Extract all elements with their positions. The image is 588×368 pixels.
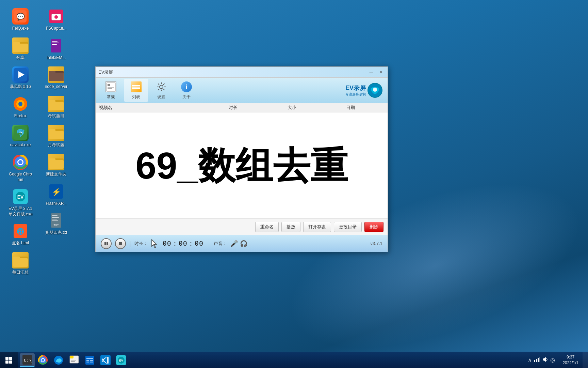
desktop-icon-firefox[interactable]: Firefox [7, 94, 34, 120]
desktop-icon-feiq[interactable]: 💬 FeiQ.exe [7, 7, 34, 33]
navicat-icon: 🐬 [12, 125, 29, 141]
svg-text:⚡: ⚡ [52, 187, 61, 197]
tab-normal-icon [105, 81, 117, 93]
tray-volume-icon[interactable] [542, 356, 548, 364]
taskbar: C:\ [0, 352, 588, 368]
cursor-area [151, 239, 158, 248]
tab-about[interactable]: i 关于 [175, 79, 198, 102]
headphone-icon[interactable]: 🎧 [240, 240, 247, 247]
desktop-icon-monthly[interactable]: 月考试题 [43, 123, 70, 149]
svg-text:EV: EV [17, 194, 24, 200]
desktop-icon-daily[interactable]: 每日汇总 [7, 251, 34, 277]
node-folder-icon [48, 66, 64, 83]
svg-rect-42 [49, 160, 64, 169]
desktop-icon-fscap[interactable]: FSCaptur... [43, 7, 70, 33]
svg-rect-52 [108, 84, 110, 86]
taskbar-chrome[interactable] [35, 353, 50, 367]
col-header-size: 大小 [267, 105, 317, 111]
fscap-icon [48, 8, 64, 25]
feiq-icon: 💬 [12, 8, 29, 25]
exam-label: 考试题目 [48, 113, 64, 119]
chrome-icon [12, 154, 29, 170]
about-tab-icon-shape: i [181, 81, 192, 92]
change-dir-button[interactable]: 更改目录 [334, 222, 362, 232]
controls-divider: | [129, 240, 131, 247]
svg-rect-46 [52, 215, 58, 216]
ev-window: EV录屏 — ✕ 常规 [95, 66, 388, 252]
svg-rect-79 [90, 360, 93, 361]
svg-rect-87 [534, 360, 535, 362]
svg-rect-88 [536, 359, 537, 362]
svg-rect-82 [100, 355, 111, 365]
time-value: 00：00：00 [163, 239, 203, 248]
desktop-icon-inlet[interactable]: InletxEM... [43, 36, 70, 62]
storm-icon [12, 66, 29, 83]
ev-controls-bar: | 时长： 00：00：00 声音： 🎤 🎧 v3.7.1 [96, 235, 388, 252]
svg-rect-90 [539, 357, 540, 362]
tab-settings[interactable]: 设置 [149, 79, 173, 102]
desktop-icon-node[interactable]: node_server [43, 65, 70, 91]
dianming-icon: 🌐 [12, 223, 29, 239]
tray-arrow-icon[interactable]: ∧ [528, 357, 532, 363]
svg-point-57 [373, 88, 377, 92]
open-disk-button[interactable]: 打开存盘 [303, 222, 331, 232]
audio-icons: 🎤 🎧 [230, 240, 247, 247]
ev-content-area: 69_数组去重 [96, 112, 388, 218]
flash-label: FlashFXP... [46, 201, 66, 206]
tab-list-icon [130, 81, 142, 93]
taskbar-cmd[interactable]: C:\ [20, 353, 35, 367]
ev-logo-sub: 专注屏幕录制 [345, 92, 366, 97]
svg-rect-60 [119, 242, 122, 245]
taskbar-ev[interactable]: EV [114, 353, 129, 367]
stop-button[interactable] [115, 238, 126, 249]
desktop-icon-dianming[interactable]: 🌐 点名.html [7, 221, 34, 247]
settings-tab-icon-shape [156, 81, 167, 92]
tab-settings-label: 设置 [157, 94, 165, 100]
taskbar-vscode[interactable] [98, 353, 113, 367]
feiq-label: FeiQ.exe [12, 26, 29, 31]
svg-rect-63 [9, 357, 12, 360]
svg-rect-64 [5, 361, 9, 364]
taskbar-edge[interactable] [51, 353, 66, 367]
play-button[interactable]: 播放 [281, 222, 300, 232]
delete-button[interactable]: 删除 [364, 222, 383, 232]
tray-network-icon[interactable] [534, 356, 540, 364]
rename-button[interactable]: 重命名 [255, 222, 279, 232]
svg-rect-33 [49, 73, 64, 81]
minimize-button[interactable]: — [367, 69, 375, 75]
tray-ev-icon[interactable]: ◎ [550, 357, 555, 363]
desktop-icon-flash[interactable]: ⚡ FlashFXP... [43, 182, 70, 208]
desktop-icon-share[interactable]: 分享 [7, 36, 34, 62]
microphone-icon[interactable]: 🎤 [230, 240, 238, 247]
svg-rect-83 [107, 357, 109, 364]
taskbar-table[interactable] [82, 353, 97, 367]
desktop-icon-txt[interactable]: TXT 宾朋四克.txt [43, 211, 70, 237]
time-label: 时长： [134, 241, 148, 247]
txt-label: 宾朋四克.txt [45, 230, 67, 235]
share-label: 分享 [16, 55, 24, 61]
taskbar-files[interactable] [67, 353, 82, 367]
firefox-icon [12, 96, 29, 112]
txt-icon: TXT [48, 212, 64, 229]
svg-text:EV: EV [119, 359, 123, 362]
start-button[interactable] [0, 352, 18, 368]
desktop-icon-chrome[interactable]: Google Chrome [7, 153, 34, 184]
svg-text:💬: 💬 [16, 13, 25, 21]
pause-button[interactable] [101, 238, 112, 249]
show-desktop-button[interactable] [583, 352, 588, 368]
desktop-icon-ev[interactable]: EV EV录屏 3.7.1 单文件版.exe [7, 187, 34, 218]
tab-normal[interactable]: 常规 [99, 79, 123, 102]
system-tray: ∧ ◎ [524, 352, 558, 368]
desktop-icon-storm[interactable]: 暴风影音16 [7, 65, 34, 91]
tab-about-icon: i [180, 81, 193, 93]
close-button[interactable]: ✕ [377, 69, 385, 75]
desktop-icon-newfolder[interactable]: 新建文件夹 [43, 153, 70, 179]
share-folder-icon [12, 37, 29, 54]
tab-list[interactable]: 列表 [124, 79, 148, 102]
svg-rect-48 [52, 219, 57, 219]
exam-folder-icon [48, 96, 64, 112]
desktop-icon-exam[interactable]: 考试题目 [43, 94, 70, 120]
taskbar-clock[interactable]: 9:37 2022/1/1 [558, 354, 583, 366]
desktop-icon-navicat[interactable]: 🐬 navicat.exe [7, 123, 34, 149]
clock-date: 2022/1/1 [562, 360, 578, 366]
